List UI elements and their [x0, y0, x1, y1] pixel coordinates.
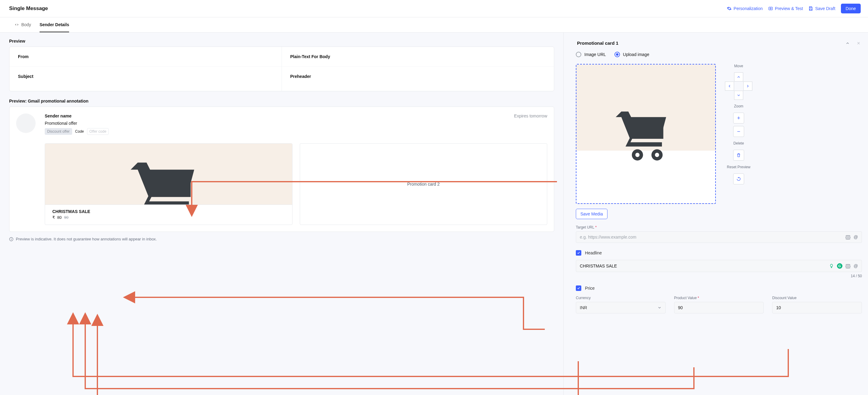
preview-test-label: Preview & Test [775, 6, 803, 11]
tabs: Body Sender Details [0, 17, 868, 33]
trash-icon [736, 153, 741, 158]
currency-value: INR [580, 305, 587, 310]
tab-body-label: Body [21, 22, 31, 27]
move-down-button[interactable] [734, 91, 743, 100]
move-right-button[interactable] [743, 82, 752, 91]
headline-checkbox[interactable] [576, 250, 581, 255]
image-controls: Move Zoom + − [725, 64, 752, 204]
price-toggle-row: Price [576, 285, 862, 291]
upload-preview[interactable] [576, 64, 716, 204]
radio-upload-label: Upload image [623, 52, 649, 57]
check-icon [577, 251, 580, 255]
chevron-down-icon [657, 306, 662, 310]
svg-point-21 [636, 153, 640, 157]
preview-test-button[interactable]: Preview & Test [768, 6, 803, 11]
delete-label: Delete [725, 141, 752, 146]
preview-note-text: Preview is indicative. It does not guara… [16, 237, 157, 241]
save-media-button[interactable]: Save Media [576, 209, 608, 219]
product-value-label: Product Value* [674, 296, 764, 300]
target-url-input-wrap: {[]} @ [576, 231, 862, 243]
move-label: Move [725, 64, 752, 68]
done-button[interactable]: Done [841, 4, 861, 13]
price-checkbox[interactable] [576, 285, 581, 291]
radio-image-url-label: Image URL [584, 52, 606, 57]
reset-label: Reset Preview [725, 165, 752, 169]
radio-off-icon [576, 52, 581, 57]
preview-card: From Plain-Text For Body Subject Prehead… [9, 47, 554, 91]
preheader-cell: Preheader [282, 67, 554, 91]
save-draft-button[interactable]: Save Draft [808, 6, 835, 11]
accordion-header[interactable]: Promotional card 1 [576, 39, 862, 52]
discount-value-input-wrap [772, 302, 862, 313]
avatar [16, 114, 36, 133]
svg-point-1 [770, 8, 771, 9]
grammarly-icon[interactable]: G [837, 263, 842, 269]
promo-card-2-label: Promotion card 2 [407, 182, 440, 186]
currency-select[interactable]: INR [576, 302, 665, 313]
chevron-up-icon [737, 75, 741, 79]
close-icon[interactable] [857, 41, 861, 45]
radio-upload-image[interactable]: Upload image [615, 52, 649, 57]
zoom-in-button[interactable]: + [733, 113, 744, 124]
braces-icon[interactable]: {[]} [845, 235, 851, 240]
personalization-button[interactable]: Personalization [727, 6, 763, 11]
topbar: Single Message Personalization Preview &… [0, 0, 868, 17]
chip-row: Discount offer Code Offer code [45, 128, 547, 135]
subject-cell: Subject [9, 67, 282, 91]
price-toggle-label: Price [585, 286, 595, 291]
left-column: Preview From Plain-Text For Body Subject… [0, 33, 564, 395]
page-title: Single Message [9, 5, 48, 11]
topbar-actions: Personalization Preview & Test Save Draf… [727, 4, 861, 13]
chevron-up-icon[interactable] [845, 41, 850, 45]
tab-body[interactable]: Body [14, 17, 31, 32]
cart-icon [124, 147, 213, 205]
product-value-input[interactable] [678, 305, 760, 310]
promo-card-2[interactable]: Promotion card 2 [300, 143, 548, 225]
headline-input-wrap: G {[]} @ [576, 260, 862, 272]
code-label: Code [75, 129, 84, 133]
plaintext-cell: Plain-Text For Body [282, 47, 554, 67]
at-icon[interactable]: @ [854, 264, 858, 268]
headline-toggle-label: Headline [585, 250, 602, 255]
move-left-button[interactable] [725, 82, 734, 91]
card1-old-price: 90 [64, 215, 68, 220]
save-icon [808, 6, 813, 11]
offer-code-chip: Offer code [87, 128, 109, 135]
card1-currency: ₹ [52, 215, 55, 220]
target-url-label: Target URL* [576, 225, 862, 230]
refresh-icon [736, 177, 741, 181]
preview-note: Preview is indicative. It does not guara… [9, 237, 554, 241]
card1-price: 80 [57, 215, 61, 220]
target-url-input[interactable] [580, 235, 843, 240]
zoom-label: Zoom [725, 104, 752, 108]
at-icon[interactable]: @ [854, 235, 858, 240]
tab-sender-details[interactable]: Sender Details [39, 17, 69, 32]
promo-offer: Promotional offer [45, 121, 547, 126]
discount-chip: Discount offer [45, 128, 72, 135]
zoom-out-button[interactable]: − [733, 126, 744, 137]
delete-button[interactable] [733, 150, 744, 161]
code-icon [14, 23, 19, 27]
gmail-heading: Preview: Gmail promotional annotation [9, 99, 554, 103]
content: Preview From Plain-Text For Body Subject… [0, 33, 868, 395]
check-icon [577, 286, 580, 290]
reset-button[interactable] [733, 174, 744, 184]
discount-value-input[interactable] [776, 305, 858, 310]
radio-image-url[interactable]: Image URL [576, 52, 606, 57]
move-dpad [725, 72, 752, 100]
gear-icon [727, 6, 732, 11]
braces-icon[interactable]: {[]} [845, 264, 851, 268]
tab-sender-label: Sender Details [39, 22, 69, 27]
svg-point-22 [655, 153, 659, 157]
move-up-button[interactable] [734, 72, 743, 82]
from-cell: From [9, 47, 282, 67]
headline-toggle-row: Headline [576, 250, 862, 255]
chevron-down-icon [737, 93, 741, 97]
discount-value-label: Discount Value [772, 296, 862, 300]
expires-text: Expires tomorrow [514, 114, 547, 118]
bulb-icon[interactable] [829, 264, 834, 268]
info-icon [9, 237, 13, 241]
headline-input[interactable] [580, 264, 827, 268]
promo-card-1-image [45, 144, 292, 205]
headline-count: 14 / 50 [576, 274, 862, 278]
